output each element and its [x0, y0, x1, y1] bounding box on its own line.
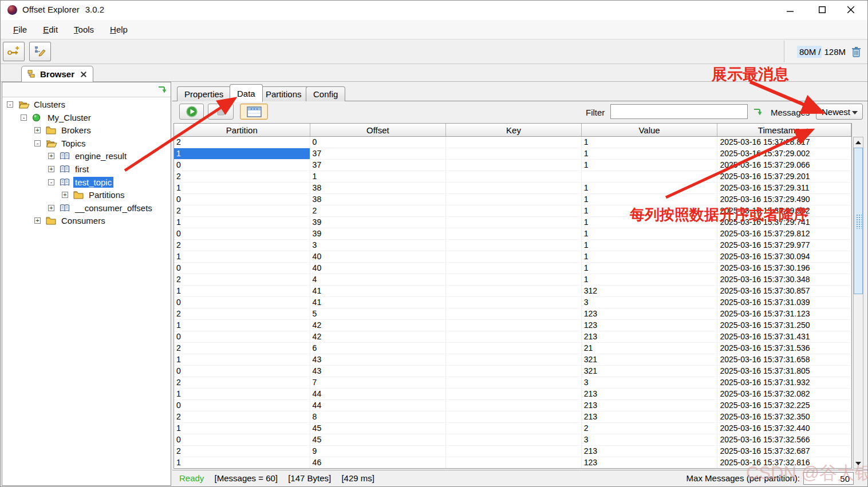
table-row[interactable]: 2732025-03-16 15:37:31.932 — [174, 377, 851, 389]
vertical-scrollbar[interactable] — [853, 137, 863, 469]
collapse-icon[interactable]: - — [34, 140, 41, 147]
collapse-icon[interactable]: - — [48, 179, 54, 185]
message-order-dropdown[interactable]: Newest — [816, 104, 863, 120]
expand-icon[interactable]: + — [48, 205, 54, 211]
table-row[interactable]: 13812025-03-16 15:37:29.311 — [174, 183, 851, 194]
tree-label: Partitions — [87, 189, 127, 200]
collapse-all-icon[interactable] — [157, 85, 167, 95]
table-row[interactable]: 1461232025-03-16 15:37:32.816 — [174, 457, 851, 469]
maximize-button[interactable] — [809, 1, 835, 19]
table-row[interactable]: 282132025-03-16 15:37:32.350 — [174, 411, 851, 423]
menu-item-tools[interactable]: Tools — [69, 22, 101, 37]
menu-item-edit[interactable]: Edit — [38, 22, 65, 37]
cell-offset: 40 — [310, 263, 447, 274]
expand-icon[interactable]: + — [48, 166, 54, 172]
cell-partition: 0 — [174, 366, 310, 377]
tree-item-consumers[interactable]: +Consumers — [2, 215, 171, 227]
table-row[interactable]: 2212025-03-16 15:37:29.562 — [174, 205, 851, 217]
collapse-icon[interactable]: - — [7, 101, 13, 108]
detail-tab-data[interactable]: Data — [230, 84, 263, 102]
expand-icon[interactable]: + — [34, 127, 41, 133]
tree-item-engine-result[interactable]: +engine_result — [2, 150, 171, 163]
column-header-partition[interactable]: Partition — [174, 124, 310, 136]
add-connection-button[interactable] — [3, 42, 25, 61]
tree-item-topics[interactable]: -Topics — [2, 137, 171, 150]
column-header-offset[interactable]: Offset — [310, 124, 447, 136]
table-row[interactable]: 14522025-03-16 15:37:32.440 — [174, 423, 851, 434]
cell-value: 1 — [582, 217, 718, 228]
table-row[interactable]: 03812025-03-16 15:37:29.490 — [174, 194, 851, 205]
garbage-collect-icon[interactable] — [851, 46, 861, 57]
table-row[interactable]: 13912025-03-16 15:37:29.741 — [174, 217, 851, 228]
cell-value: 1 — [582, 240, 718, 251]
scroll-up-button[interactable] — [854, 137, 863, 147]
cell-value: 1 — [582, 194, 718, 205]
scroll-down-button[interactable] — [854, 458, 863, 468]
tab-browser[interactable]: Browser — [21, 66, 93, 82]
cell-key — [446, 171, 582, 182]
max-messages-input[interactable] — [803, 472, 854, 485]
folder-open-icon — [18, 100, 30, 110]
topic-detail-panel: PropertiesDataPartitionsConfig — [172, 82, 867, 486]
edit-tree-button[interactable] — [29, 42, 51, 61]
table-row[interactable]: 1421232025-03-16 15:37:31.250 — [174, 320, 851, 331]
cell-offset: 45 — [310, 423, 447, 434]
detail-tab-partitions[interactable]: Partitions — [258, 86, 309, 101]
table-row[interactable]: 04532025-03-16 15:37:32.566 — [174, 434, 851, 446]
apply-filter-icon[interactable] — [752, 107, 763, 117]
scrollbar-thumb[interactable] — [854, 148, 863, 294]
table-row[interactable]: 03712025-03-16 15:37:29.066 — [174, 160, 851, 171]
toggle-detail-view-button[interactable] — [240, 104, 268, 120]
tree-item--consumer-offsets[interactable]: +__consumer_offsets — [2, 202, 171, 215]
detail-tab-config[interactable]: Config — [306, 86, 345, 101]
filter-input[interactable] — [610, 104, 748, 119]
table-row[interactable]: 0422132025-03-16 15:37:31.431 — [174, 331, 851, 343]
close-button[interactable] — [838, 1, 864, 19]
table-row[interactable]: 1413122025-03-16 15:37:30.857 — [174, 286, 851, 297]
cell-key — [446, 331, 582, 342]
table-row[interactable]: 0433212025-03-16 15:37:31.805 — [174, 366, 851, 377]
detail-tab-properties[interactable]: Properties — [177, 86, 231, 101]
table-row[interactable]: 1433212025-03-16 15:37:31.658 — [174, 354, 851, 366]
table-row[interactable]: 14012025-03-16 15:37:30.094 — [174, 251, 851, 263]
tab-close-icon[interactable] — [80, 71, 87, 78]
tree-item-first[interactable]: +first — [2, 163, 171, 176]
tree-item-my-cluster[interactable]: -My_Cluster — [2, 112, 171, 124]
tree-item-clusters[interactable]: -Clusters — [2, 98, 171, 111]
collapse-icon[interactable]: - — [21, 114, 27, 121]
column-header-key[interactable]: Key — [446, 124, 582, 136]
cell-key — [446, 205, 582, 216]
table-row[interactable]: 251232025-03-16 15:37:31.123 — [174, 308, 851, 320]
table-row[interactable]: 2412025-03-16 15:37:30.348 — [174, 274, 851, 286]
column-header-value[interactable]: Value — [582, 124, 718, 136]
minimize-button[interactable] — [777, 1, 803, 19]
menu-item-help[interactable]: Help — [105, 22, 135, 37]
cell-partition: 2 — [174, 446, 310, 457]
cell-key — [446, 297, 582, 308]
tree-item-test-topic[interactable]: -test_topic — [2, 176, 171, 189]
tree-item-brokers[interactable]: +Brokers — [2, 124, 171, 137]
table-row[interactable]: 292132025-03-16 15:37:32.687 — [174, 446, 851, 457]
cluster-tree-panel: -Clusters-My_Cluster+Brokers-Topics+engi… — [2, 82, 171, 486]
cell-partition: 1 — [174, 217, 310, 228]
table-row[interactable]: 03912025-03-16 15:37:29.812 — [174, 228, 851, 240]
cell-timestamp: 2025-03-16 15:37:29.562 — [717, 205, 851, 216]
table-row[interactable]: 26212025-03-16 15:37:31.536 — [174, 343, 851, 354]
expand-icon[interactable]: + — [34, 217, 41, 224]
cell-offset: 42 — [310, 331, 447, 342]
expand-icon[interactable]: + — [62, 192, 68, 198]
table-row[interactable]: 212025-03-16 15:37:29.201 — [174, 171, 851, 183]
run-query-button[interactable] — [179, 104, 204, 120]
stop-query-button[interactable] — [208, 104, 234, 120]
tree-item-partitions[interactable]: +Partitions — [2, 189, 171, 201]
table-row[interactable]: 2012025-03-16 15:37:28.817 — [174, 137, 851, 148]
table-row[interactable]: 04132025-03-16 15:37:31.039 — [174, 297, 851, 308]
table-row[interactable]: 04012025-03-16 15:37:30.196 — [174, 263, 851, 274]
table-row[interactable]: 2312025-03-16 15:37:29.977 — [174, 240, 851, 251]
table-row[interactable]: 0442132025-03-16 15:37:32.225 — [174, 400, 851, 411]
menu-item-file[interactable]: File — [9, 22, 34, 37]
column-header-timestamp[interactable]: Timestamp — [717, 124, 851, 136]
expand-icon[interactable]: + — [48, 153, 54, 159]
table-row[interactable]: 1442132025-03-16 15:37:32.082 — [174, 389, 851, 400]
table-row[interactable]: 13712025-03-16 15:37:29.002 — [174, 148, 851, 160]
